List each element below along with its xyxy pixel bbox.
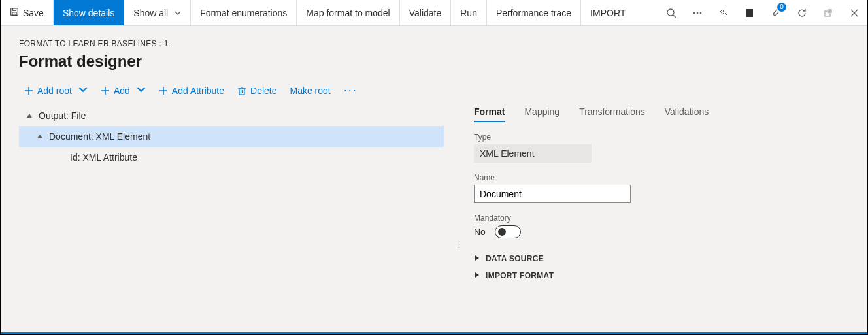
split-handle[interactable]: ⋮ [454, 105, 463, 284]
chevron-down-icon [175, 8, 181, 18]
plus-icon [24, 86, 33, 95]
run-button[interactable]: Run [451, 0, 487, 25]
tree-node-id[interactable]: Id: XML Attribute [19, 147, 444, 168]
tab-mapping[interactable]: Mapping [524, 105, 559, 122]
section-label: DATA SOURCE [486, 254, 544, 263]
name-field: Name [474, 173, 849, 203]
collapse-icon[interactable] [35, 131, 45, 142]
map-format-button[interactable]: Map format to model [297, 0, 399, 25]
details-panel: Format Mapping Transformations Validatio… [474, 105, 849, 284]
delete-label: Delete [250, 86, 276, 96]
validate-label: Validate [409, 8, 442, 18]
show-details-button[interactable]: Show details [54, 0, 124, 25]
save-icon [10, 7, 19, 18]
office-icon [744, 8, 755, 18]
save-button[interactable]: Save [1, 0, 54, 25]
tree-node-document[interactable]: Document: XML Element [19, 126, 444, 147]
toggle-knob [498, 228, 506, 236]
chevron-down-icon [137, 85, 146, 96]
popout-icon [823, 8, 833, 18]
type-value: XML Element [474, 144, 592, 163]
mandatory-value: No [474, 227, 486, 237]
notifications-button[interactable]: 0 [763, 0, 789, 25]
add-button[interactable]: Add [95, 82, 151, 99]
tree-node-output[interactable]: Output: File [19, 105, 444, 126]
make-root-label: Make root [290, 86, 331, 96]
show-all-label: Show all [133, 8, 168, 18]
expand-icon [474, 271, 480, 280]
tree-node-label: Id: XML Attribute [70, 152, 137, 163]
notifications-badge: 0 [777, 3, 786, 12]
search-icon [666, 8, 676, 18]
section-label: IMPORT FORMAT [486, 271, 554, 280]
mandatory-label: Mandatory [474, 214, 849, 223]
make-root-button[interactable]: Make root [285, 83, 336, 99]
add-attribute-button[interactable]: Add Attribute [154, 83, 229, 99]
tab-validations[interactable]: Validations [665, 105, 709, 122]
run-label: Run [460, 8, 477, 18]
overflow-button[interactable] [684, 0, 710, 25]
import-label: IMPORT [590, 8, 626, 18]
tab-format[interactable]: Format [474, 105, 505, 122]
expand-icon [474, 254, 480, 263]
svg-rect-18 [239, 89, 244, 95]
popout-button[interactable] [815, 0, 841, 25]
svg-rect-8 [746, 9, 753, 17]
search-button[interactable] [658, 0, 684, 25]
section-import-format[interactable]: IMPORT FORMAT [474, 267, 849, 284]
ellipsis-icon [692, 8, 703, 18]
format-enumerations-button[interactable]: Format enumerations [191, 0, 297, 25]
svg-rect-0 [11, 8, 18, 16]
add-attribute-label: Add Attribute [172, 86, 224, 96]
add-label: Add [114, 86, 130, 96]
chevron-down-icon [78, 85, 88, 96]
svg-line-4 [673, 15, 676, 18]
app-bar: Save Show details Show all Format enumer… [1, 0, 867, 26]
columns: Output: File Document: XML Element Id: X… [19, 105, 849, 284]
performance-trace-label: Performance trace [496, 8, 571, 18]
section-data-source[interactable]: DATA SOURCE [474, 250, 849, 267]
mandatory-toggle[interactable] [495, 225, 521, 238]
name-input[interactable] [474, 185, 631, 203]
svg-point-5 [693, 12, 695, 14]
link-icon [718, 8, 729, 18]
trash-icon [237, 86, 246, 95]
performance-trace-button[interactable]: Performance trace [487, 0, 581, 25]
refresh-icon [797, 8, 807, 18]
close-icon [849, 8, 860, 18]
svg-rect-2 [12, 12, 16, 15]
close-button[interactable] [841, 0, 867, 25]
office-button[interactable] [737, 0, 763, 25]
format-enumerations-label: Format enumerations [200, 8, 287, 18]
type-field: Type XML Element [474, 133, 849, 163]
plus-icon [159, 86, 168, 95]
show-all-button[interactable]: Show all [124, 0, 191, 25]
map-format-label: Map format to model [306, 8, 390, 18]
tab-transformations[interactable]: Transformations [579, 105, 645, 122]
format-tree: Output: File Document: XML Element Id: X… [19, 105, 444, 168]
link-button[interactable] [710, 0, 737, 25]
tree-node-label: Output: File [39, 110, 86, 121]
mandatory-field: Mandatory No [474, 214, 849, 238]
collapse-icon[interactable] [24, 110, 35, 121]
svg-point-6 [697, 12, 699, 14]
actions-overflow[interactable]: ··· [339, 84, 363, 97]
show-details-label: Show details [63, 8, 114, 18]
add-root-button[interactable]: Add root [19, 82, 93, 99]
plus-icon [101, 86, 110, 95]
import-button[interactable]: IMPORT [581, 0, 635, 25]
svg-point-3 [667, 9, 674, 16]
add-root-label: Add root [37, 86, 72, 96]
action-bar: Add root Add Add Attribute Delete Make r… [19, 82, 849, 99]
svg-point-7 [700, 12, 702, 14]
appbar-spacer [635, 0, 658, 25]
svg-rect-1 [12, 8, 16, 11]
type-label: Type [474, 133, 849, 142]
validate-button[interactable]: Validate [400, 0, 452, 25]
refresh-button[interactable] [789, 0, 815, 25]
page-title: Format designer [19, 52, 849, 71]
save-label: Save [23, 8, 44, 18]
page-body: FORMAT TO LEARN ER BASELINES : 1 Format … [1, 26, 867, 334]
detail-tabs: Format Mapping Transformations Validatio… [474, 105, 849, 122]
delete-button[interactable]: Delete [232, 83, 282, 99]
